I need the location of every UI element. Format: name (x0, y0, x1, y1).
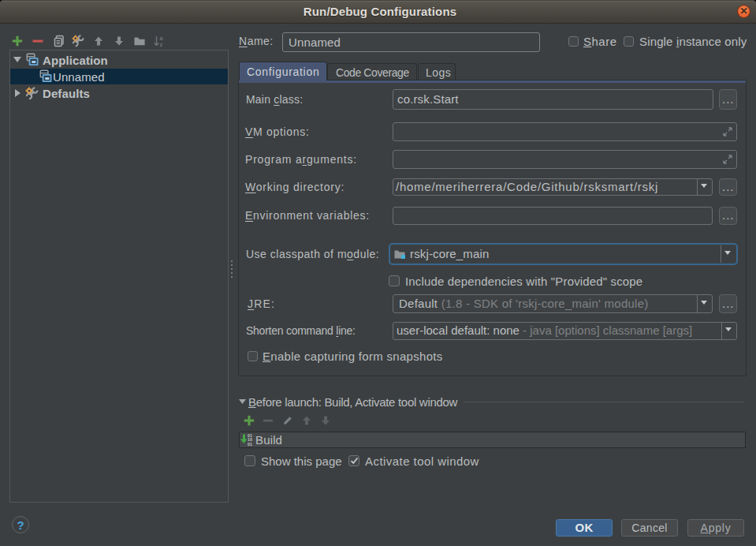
svg-text:z: z (160, 41, 163, 47)
svg-text:01: 01 (248, 442, 252, 447)
